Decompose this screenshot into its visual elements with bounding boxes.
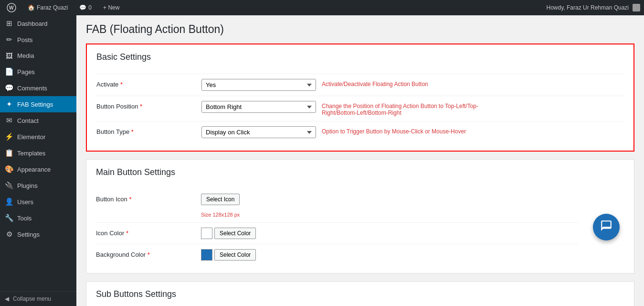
sidebar-label-plugins: Plugins xyxy=(17,182,38,189)
basic-settings-card: Basic Settings Activate * Yes No Activat… xyxy=(86,44,634,152)
templates-icon: 📋 xyxy=(5,149,13,157)
svg-text:W: W xyxy=(9,5,14,11)
sub-buttons-title: Sub Buttons Settings xyxy=(96,289,624,303)
type-label: Button Type * xyxy=(96,126,201,135)
type-control: Display on Click Display on Hover Option… xyxy=(201,126,624,138)
admin-bar: W 🏠 Faraz Quazi 💬 0 + New Howdy, Faraz U… xyxy=(0,0,644,15)
users-icon: 👤 xyxy=(5,197,13,206)
activate-help: Activate/Deactivate Floating Action Butt… xyxy=(322,79,428,87)
main-btn-fields: Button Icon * Select Icon Size 128x128 p… xyxy=(96,189,579,265)
sidebar: ⊞ Dashboard ✏ Posts 🖼 Media 📄 Pages 💬 Co… xyxy=(0,15,76,306)
sub-buttons-card: Sub Buttons Settings Title * Content * B… xyxy=(86,281,634,306)
basic-settings-title: Basic Settings xyxy=(96,52,624,66)
activate-required: * xyxy=(120,81,123,88)
sidebar-item-templates[interactable]: 📋 Templates xyxy=(0,145,76,161)
sidebar-label-fab: FAB Settings xyxy=(17,101,53,108)
contact-icon: ✉ xyxy=(5,116,13,125)
button-type-row: Button Type * Display on Click Display o… xyxy=(96,121,624,143)
activate-control: Yes No Activate/Deactivate Floating Acti… xyxy=(201,79,624,91)
bg-color-swatch[interactable] xyxy=(201,249,212,261)
sidebar-item-fab-settings[interactable]: ✦ FAB Settings xyxy=(0,96,76,112)
icon-color-picker: Select Color xyxy=(201,228,256,239)
sidebar-label-contact: Contact xyxy=(17,117,39,124)
activate-row: Activate * Yes No Activate/Deactivate Fl… xyxy=(96,74,624,96)
position-required: * xyxy=(140,103,142,110)
home-icon: 🏠 xyxy=(28,4,35,11)
collapse-menu-button[interactable]: ◀ Collapse menu xyxy=(0,291,76,306)
main-button-settings-card: Main Button Settings Button Icon * Selec… xyxy=(86,159,634,273)
fab-preview-icon xyxy=(600,219,612,235)
fab-icon: ✦ xyxy=(5,100,13,109)
sidebar-item-appearance[interactable]: 🎨 Appearance xyxy=(0,161,76,177)
sidebar-item-contact[interactable]: ✉ Contact xyxy=(0,112,76,129)
sidebar-label-pages: Pages xyxy=(17,68,35,76)
site-name-item[interactable]: 🏠 Faraz Quazi xyxy=(25,2,71,13)
main-btn-body: Button Icon * Select Icon Size 128x128 p… xyxy=(96,189,624,265)
tools-icon: 🔧 xyxy=(5,214,13,222)
position-help: Change the Position of Floating Action B… xyxy=(322,101,513,116)
sidebar-label-users: Users xyxy=(17,198,33,206)
new-label: + New xyxy=(103,4,119,11)
fab-preview-area xyxy=(588,189,624,265)
icon-color-label: Icon Color * xyxy=(96,228,201,237)
sidebar-label-settings: Settings xyxy=(17,231,40,238)
page-title: FAB (Floating Action Button) xyxy=(86,23,634,36)
sidebar-item-tools[interactable]: 🔧 Tools xyxy=(0,210,76,226)
fab-preview-circle xyxy=(593,214,620,240)
icon-color-swatch[interactable] xyxy=(201,228,212,239)
activate-select[interactable]: Yes No xyxy=(201,79,316,91)
pages-icon: 📄 xyxy=(5,67,13,76)
sidebar-label-templates: Templates xyxy=(17,150,45,157)
media-icon: 🖼 xyxy=(5,52,13,60)
posts-icon: ✏ xyxy=(5,35,13,44)
comments-item[interactable]: 💬 0 xyxy=(76,2,95,13)
main-content: FAB (Floating Action Button) Basic Setti… xyxy=(76,15,644,306)
sidebar-item-posts[interactable]: ✏ Posts xyxy=(0,32,76,48)
select-icon-button[interactable]: Select Icon xyxy=(201,194,240,205)
sidebar-item-users[interactable]: 👤 Users xyxy=(0,194,76,210)
comment-icon: 💬 xyxy=(79,4,86,11)
bg-color-row: Background Color * Select Color xyxy=(96,244,579,265)
collapse-arrow-icon: ◀ xyxy=(5,295,9,302)
position-select[interactable]: Bottom Right Bottom Left Top Right Top L… xyxy=(201,101,316,113)
type-help: Option to Trigger Button by Mouse-Click … xyxy=(322,126,466,135)
bg-color-picker: Select Color xyxy=(201,249,256,261)
button-position-row: Button Position * Bottom Right Bottom Le… xyxy=(96,96,624,121)
type-required: * xyxy=(131,128,134,135)
sidebar-item-comments[interactable]: 💬 Comments xyxy=(0,80,76,96)
new-content-item[interactable]: + New xyxy=(100,2,122,13)
icon-control: Select Icon Size 128x128 px xyxy=(201,194,579,218)
sidebar-label-comments: Comments xyxy=(17,85,47,92)
sidebar-label-media: Media xyxy=(17,52,34,59)
user-avatar[interactable] xyxy=(633,4,640,11)
sidebar-item-media[interactable]: 🖼 Media xyxy=(0,48,76,64)
sidebar-item-settings[interactable]: ⚙ Settings xyxy=(0,226,76,242)
appearance-icon: 🎨 xyxy=(5,165,13,174)
wp-logo-item[interactable]: W xyxy=(4,1,19,14)
type-select[interactable]: Display on Click Display on Hover xyxy=(201,126,316,138)
settings-icon: ⚙ xyxy=(5,230,13,239)
sidebar-item-plugins[interactable]: 🔌 Plugins xyxy=(0,177,76,194)
sidebar-item-elementor[interactable]: ⚡ Elementor xyxy=(0,129,76,145)
activate-label: Activate * xyxy=(96,79,201,88)
button-icon-row: Button Icon * Select Icon Size 128x128 p… xyxy=(96,189,579,222)
icon-color-select-button[interactable]: Select Color xyxy=(214,228,256,239)
icon-color-row: Icon Color * Select Color xyxy=(96,222,579,244)
sidebar-item-pages[interactable]: 📄 Pages xyxy=(0,64,76,80)
howdy-text: Howdy, Faraz Ur Rehman Quazi xyxy=(547,4,629,11)
site-name: Faraz Quazi xyxy=(37,4,68,11)
collapse-label: Collapse menu xyxy=(13,295,51,302)
sidebar-label-appearance: Appearance xyxy=(17,166,51,173)
dashboard-icon: ⊞ xyxy=(5,19,13,28)
sidebar-item-dashboard[interactable]: ⊞ Dashboard xyxy=(0,15,76,32)
bg-color-select-button[interactable]: Select Color xyxy=(214,249,256,261)
icon-color-control: Select Color xyxy=(201,228,579,239)
sidebar-label-posts: Posts xyxy=(17,36,33,44)
position-control: Bottom Right Bottom Left Top Right Top L… xyxy=(201,101,624,116)
position-label: Button Position * xyxy=(96,101,201,110)
sidebar-label-tools: Tools xyxy=(17,215,32,222)
adminbar-right: Howdy, Faraz Ur Rehman Quazi xyxy=(547,4,641,11)
plugins-icon: 🔌 xyxy=(5,181,13,190)
comment-count: 0 xyxy=(88,4,92,11)
main-button-title: Main Button Settings xyxy=(96,167,624,181)
